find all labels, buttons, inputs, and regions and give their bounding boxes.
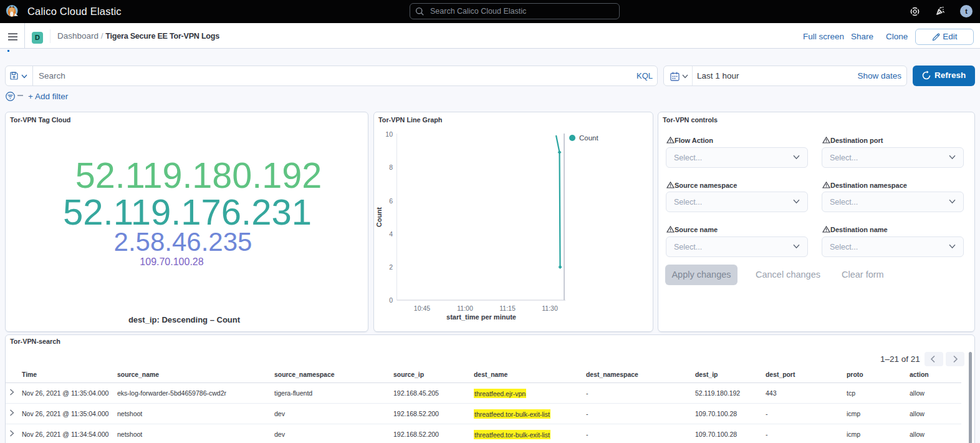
svg-text:0: 0: [389, 296, 393, 304]
svg-text:8: 8: [389, 163, 393, 171]
svg-text:11:30: 11:30: [542, 304, 558, 312]
svg-text:4: 4: [389, 230, 393, 238]
svg-text:11:15: 11:15: [499, 304, 516, 312]
svg-text:10: 10: [385, 130, 393, 138]
svg-text:6: 6: [389, 197, 393, 205]
svg-text:11:00: 11:00: [457, 304, 473, 312]
svg-text:10:45: 10:45: [414, 304, 430, 312]
svg-text:start_time per minute: start_time per minute: [446, 313, 516, 321]
svg-text:Count: Count: [375, 207, 383, 227]
svg-text:Count: Count: [579, 134, 598, 142]
svg-text:2: 2: [389, 263, 393, 271]
